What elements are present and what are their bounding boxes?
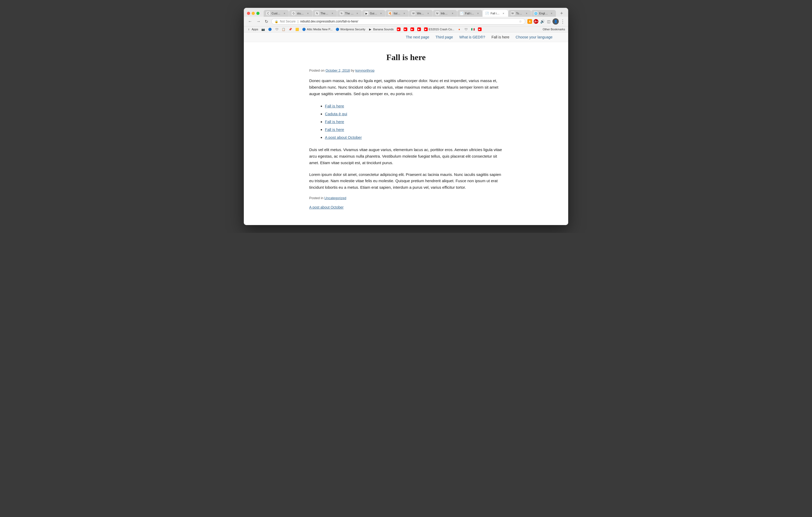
nav-choose-language[interactable]: Choose your language bbox=[516, 35, 552, 39]
profile-avatar[interactable]: 👤 bbox=[552, 18, 559, 25]
adblock-plus-icon[interactable]: A+ bbox=[534, 19, 539, 24]
bookmark-yt5[interactable]: ▶ bbox=[478, 27, 482, 31]
bookmark-wordpress[interactable]: 🔵 Wordpress Security bbox=[336, 27, 366, 31]
maximize-button[interactable] bbox=[256, 12, 260, 15]
bookmark-yt2[interactable]: ▶ bbox=[404, 27, 407, 31]
next-post-link[interactable]: A post about October bbox=[309, 205, 344, 209]
bookmark-es2015[interactable]: ▶ ES2015 Crash Co... bbox=[424, 27, 455, 31]
bookmark-italy[interactable]: 🇮🇹 bbox=[471, 27, 475, 31]
article-title: Fall is here bbox=[309, 53, 503, 62]
toolbar-icons: A A+ 🔊 ◫ 👤 ⋮ bbox=[527, 18, 565, 25]
category-link[interactable]: Uncategorized bbox=[324, 196, 346, 200]
tab-close-inbox[interactable]: × bbox=[451, 11, 455, 15]
tab-close-wepos[interactable]: × bbox=[427, 11, 430, 15]
audio-icon[interactable]: 🔊 bbox=[540, 19, 545, 24]
post-navigation: A post about October bbox=[309, 205, 503, 209]
article-link-caduta-è-qui[interactable]: Caduta è qui bbox=[325, 112, 347, 116]
site-navigation: The next page Third page What is GED®? F… bbox=[244, 32, 568, 42]
tab-custom[interactable]: CCustom× bbox=[264, 10, 289, 17]
nav-next-page[interactable]: The next page bbox=[406, 35, 429, 39]
article-link-fall-is-here[interactable]: Fall is here bbox=[325, 119, 344, 124]
tab-close-italian[interactable]: × bbox=[402, 11, 406, 15]
url-text: Not Secure | rebuild.dev.onpressidium.co… bbox=[280, 20, 517, 23]
tab-the12[interactable]: NThe 12× bbox=[313, 10, 337, 17]
tab-fallish[interactable]: 📄Fall is h× bbox=[457, 10, 483, 17]
bookmark-icon5[interactable]: 📌 bbox=[289, 27, 292, 31]
tab-favicon-wepos: W bbox=[411, 11, 415, 15]
tab-topic[interactable]: WTopic:× bbox=[508, 10, 531, 17]
tab-fallis[interactable]: 📄Fall is h× bbox=[483, 10, 508, 17]
tab-label-fallish: Fall is h bbox=[465, 12, 474, 15]
nav-ged[interactable]: What is GED®? bbox=[459, 35, 485, 39]
bookmark-yt4[interactable]: ▶ bbox=[417, 27, 421, 31]
list-item: Fall is here bbox=[325, 126, 503, 133]
nav-third-page[interactable]: Third page bbox=[436, 35, 453, 39]
tab-close-the12[interactable]: × bbox=[331, 11, 334, 15]
article-link-fall-is-here[interactable]: Fall is here bbox=[325, 127, 344, 132]
extension-icon[interactable]: ◫ bbox=[546, 19, 551, 24]
adblock-icon[interactable]: A bbox=[527, 19, 532, 24]
forward-button[interactable]: → bbox=[255, 19, 262, 24]
tab-close-thebe[interactable]: × bbox=[355, 11, 359, 15]
bookmark-icon1[interactable]: 📷 bbox=[261, 27, 265, 31]
tab-close-guilds[interactable]: × bbox=[379, 11, 383, 15]
close-button[interactable] bbox=[247, 12, 250, 15]
refresh-button[interactable]: ↻ bbox=[264, 19, 269, 25]
list-item: Caduta è qui bbox=[325, 110, 503, 118]
list-item: Fall is here bbox=[325, 118, 503, 126]
article-link-a-post-about-october[interactable]: A post about October bbox=[325, 135, 362, 140]
article-meta: Posted on October 2, 2018 by korynorthro… bbox=[309, 68, 503, 72]
bookmark-icon3[interactable]: 🛡 bbox=[275, 27, 279, 31]
url-domain: rebuild.dev.onpressidium.com/fall-is-her… bbox=[300, 20, 358, 23]
bookmark-star-icon[interactable]: ☆ bbox=[519, 20, 522, 23]
tab-english[interactable]: 🌐English× bbox=[531, 10, 556, 17]
tab-guilds[interactable]: ▶Guilds× bbox=[362, 10, 385, 17]
bookmark-shield[interactable]: 🛡 bbox=[464, 27, 468, 31]
page-content: The next page Third page What is GED®? F… bbox=[244, 32, 568, 225]
bookmark-icon2[interactable]: 🔵 bbox=[268, 27, 272, 31]
tab-label-fallis: Fall is h bbox=[491, 12, 500, 15]
browser-window: CCustom×Gstuttte×NThe 12×NThe Be×▶Guilds… bbox=[244, 8, 568, 225]
tab-close-topic[interactable]: × bbox=[525, 11, 528, 15]
traffic-lights bbox=[247, 12, 260, 15]
minimize-button[interactable] bbox=[252, 12, 255, 15]
tab-close-fallish[interactable]: × bbox=[476, 11, 480, 15]
article-container: Fall is here Posted on October 2, 2018 b… bbox=[304, 42, 508, 225]
tab-thebe[interactable]: NThe Be× bbox=[337, 10, 362, 17]
tab-favicon-stutitte: G bbox=[292, 11, 295, 15]
tab-close-english[interactable]: × bbox=[550, 11, 553, 15]
bookmark-yt3[interactable]: ▶ bbox=[410, 27, 414, 31]
apps-icon: ≀ bbox=[247, 27, 251, 31]
tab-label-wepos: We po bbox=[417, 12, 425, 15]
menu-icon[interactable]: ⋮ bbox=[560, 19, 565, 24]
tab-favicon-custom: C bbox=[266, 11, 270, 15]
tab-italian[interactable]: 🍕Italian× bbox=[385, 10, 409, 17]
body-paragraph-3: Lorem ipsum dolor sit amet, consectetur … bbox=[309, 172, 503, 191]
nav-fall-is-here[interactable]: Fall is here bbox=[492, 35, 509, 39]
article-link-fall-is-here[interactable]: Fall is here bbox=[325, 104, 344, 108]
tab-wepos[interactable]: WWe po× bbox=[409, 10, 432, 17]
bookmark-yt1[interactable]: ▶ bbox=[397, 27, 401, 31]
article-date-link[interactable]: October 2, 2018 bbox=[325, 68, 350, 72]
bookmark-apps[interactable]: ≀ Apps bbox=[247, 27, 258, 31]
tab-close-fallis[interactable]: × bbox=[502, 11, 505, 15]
bookmark-wordpress-label: Wordpress Security bbox=[340, 28, 366, 31]
reddit-icon: ● bbox=[458, 27, 461, 31]
back-button[interactable]: ← bbox=[247, 19, 253, 24]
tab-close-stutitte[interactable]: × bbox=[306, 11, 310, 15]
bookmark-reddit[interactable]: ● bbox=[458, 27, 461, 31]
tab-favicon-fallis: 📄 bbox=[485, 11, 489, 15]
tab-inbox[interactable]: MInbox (× bbox=[433, 10, 457, 17]
bookmark-attic[interactable]: 🔵 Attic Media New P... bbox=[302, 27, 332, 31]
bookmark-banana[interactable]: ▶ Banana Sounds bbox=[368, 27, 394, 31]
tab-close-custom[interactable]: × bbox=[283, 11, 286, 15]
tab-stutitte[interactable]: Gstuttte× bbox=[289, 10, 312, 17]
bookmark-icon6[interactable]: 🟨 bbox=[295, 27, 299, 31]
article-author-link[interactable]: korynorthrop bbox=[355, 68, 374, 72]
bookmark-icon4[interactable]: 📋 bbox=[282, 27, 285, 31]
new-tab-button[interactable]: + bbox=[558, 10, 565, 17]
bookmark-other[interactable]: Other Bookmarks bbox=[543, 28, 565, 31]
url-bar[interactable]: 🔒 Not Secure | rebuild.dev.onpressidium.… bbox=[271, 18, 525, 25]
tab-label-thebe: The Be bbox=[345, 12, 354, 15]
tab-label-stutitte: stuttte bbox=[297, 12, 304, 15]
